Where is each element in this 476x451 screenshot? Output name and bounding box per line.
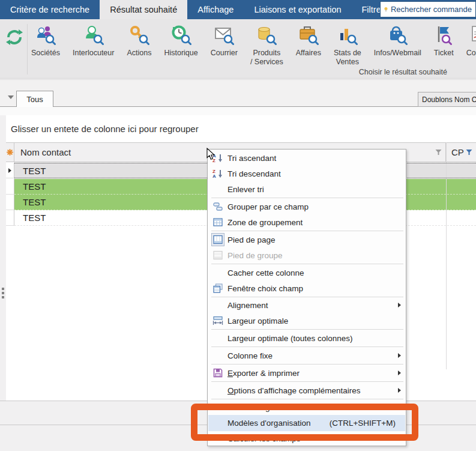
ribbon-separator: [27, 24, 28, 74]
sort-ascending-icon: A Z: [212, 153, 223, 163]
best-fit-icon: [212, 316, 223, 325]
view-tab-tous[interactable]: Tous: [16, 91, 53, 107]
ribbon-buttons: Sociétés Interlocuteur Actions: [30, 23, 476, 68]
ribbon-group-label: Choisir le résultat souhaité: [359, 68, 447, 76]
column-header-context-menu: A Z Tri ascendant Z A Tri descendant Enl…: [207, 149, 406, 446]
menu-item-modeles-organisation[interactable]: Modèles d'organisation (CTRL+SHIFT+M): [208, 415, 405, 431]
group-by-field-icon: [213, 202, 223, 211]
view-tab-strip: Tous Doublons Nom Cont: [0, 79, 476, 115]
row-selector-cell[interactable]: [6, 179, 14, 195]
submenu-arrow-icon: [398, 388, 401, 393]
row-selector-cell[interactable]: [6, 195, 14, 210]
menu-item-alignement[interactable]: Alignement: [208, 297, 405, 313]
ribbon-button-ticket[interactable]: Ticket: [433, 23, 455, 68]
key-icon: [129, 25, 149, 46]
save-floppy-icon: [213, 368, 223, 378]
menu-item-largeur-optimale-toutes-colonnes[interactable]: Largeur optimale (toutes colonnes): [208, 330, 405, 346]
tab-resultat-souhaite[interactable]: Résultat souhaité: [100, 0, 187, 19]
group-footer-icon: [213, 250, 223, 260]
companies-icon: [35, 25, 56, 46]
ribbon-button-actions[interactable]: Actions: [125, 23, 152, 68]
group-panel-icon: [213, 217, 223, 227]
menu-item-clipped[interactable]: Calculer les champs: [208, 431, 405, 446]
submenu-arrow-icon: [398, 303, 401, 307]
ribbon-button-infos-webmail[interactable]: Infos/Webmail: [373, 23, 423, 68]
ticket-flag-icon: [435, 25, 453, 46]
menu-item-pied-de-groupe: Pied de groupe: [208, 247, 405, 263]
asterisk-icon: [7, 149, 13, 156]
refresh-button[interactable]: [4, 26, 25, 48]
column-divider[interactable]: [446, 142, 447, 369]
menu-separator: [211, 264, 403, 264]
field-chooser-icon: [213, 283, 223, 293]
menu-item-exporter-imprimer[interactable]: Exporter & imprimer: [208, 365, 405, 381]
tab-liaisons-et-exportation[interactable]: Liaisons et exportation: [244, 0, 351, 19]
filter-funnel-icon[interactable]: [435, 149, 442, 156]
shortcut-label: (CTRL+SHIFT+M): [330, 419, 405, 428]
ribbon: Sociétés Interlocuteur Actions: [0, 19, 476, 79]
ribbon-button-historique[interactable]: Historique: [163, 23, 199, 68]
menu-item-zone-de-groupement[interactable]: Zone de groupement: [208, 214, 405, 230]
mail-envelope-icon: [214, 25, 234, 46]
svg-text:A: A: [212, 174, 216, 178]
tab-critere-de-recherche[interactable]: Critère de recherche: [0, 0, 100, 19]
briefcase-icon: [298, 25, 319, 46]
current-row-arrow-icon: [8, 168, 11, 173]
history-clock-icon: [171, 25, 191, 46]
search-command-box[interactable]: Rechercher commande: [380, 1, 476, 17]
tab-strip-baseline: [0, 106, 476, 116]
menu-item-fenetre-choix-champ[interactable]: Fenêtre choix champ: [208, 280, 405, 296]
menu-separator: [211, 347, 403, 347]
row-selector-cell[interactable]: [6, 163, 14, 178]
ribbon-tab-bar: Critère de recherche Résultat souhaité A…: [0, 0, 476, 19]
svg-text:Z: Z: [212, 158, 215, 163]
ribbon-button-produits-services[interactable]: Produits/ Services: [249, 23, 285, 68]
ribbon-button-affaires[interactable]: Affaires: [295, 23, 322, 68]
sort-descending-icon: Z A: [212, 169, 223, 178]
view-tab-doublons[interactable]: Doublons Nom Cont: [418, 92, 476, 107]
ribbon-button-contrat[interactable]: Contrat: [465, 23, 476, 68]
ribbon-button-courrier[interactable]: Courrier: [209, 23, 239, 68]
group-by-hint: Glisser un entete de colonne ici pour re…: [11, 124, 199, 134]
menu-separator: [211, 381, 403, 382]
menu-separator: [211, 198, 403, 198]
ribbon-button-stats-de-ventes[interactable]: Stats deVentes: [333, 23, 363, 68]
bar-chart-icon: [337, 25, 358, 46]
submenu-arrow-icon: [398, 353, 401, 358]
left-splitter-strip: [0, 115, 6, 401]
menu-item-grouper-par-ce-champ[interactable]: Grouper par ce champ: [208, 199, 405, 214]
tab-affichage[interactable]: Affichage: [187, 0, 244, 19]
menu-separator: [211, 364, 403, 365]
menu-item-tri-descendant[interactable]: Z A Tri descendant: [208, 166, 405, 181]
submenu-arrow-icon: [398, 405, 401, 410]
submenu-arrow-icon: [398, 371, 401, 375]
menu-item-tri-ascendant[interactable]: A Z Tri ascendant: [208, 150, 405, 166]
menu-item-enlever-tri[interactable]: Enlever tri: [208, 181, 405, 197]
ribbon-button-interlocuteur[interactable]: Interlocuteur: [71, 23, 115, 68]
search-command-label: Rechercher commande: [391, 5, 472, 14]
splitter-handle-icon[interactable]: [2, 288, 4, 298]
menu-item-parametrage-visuel[interactable]: Paramétrage visuel: [208, 399, 405, 415]
row-selector-cell[interactable]: [6, 210, 14, 226]
menu-item-pied-de-page[interactable]: Pied de page: [208, 232, 405, 247]
refresh-icon: [5, 28, 24, 47]
products-database-icon: [256, 25, 277, 46]
chevron-down-icon[interactable]: [8, 95, 14, 99]
lightbulb-icon: [384, 4, 388, 15]
footer-icon: [213, 235, 223, 244]
header-selector-cell: [6, 143, 14, 162]
app-window: Critère de recherche Résultat souhaité A…: [0, 0, 476, 451]
menu-item-largeur-optimale[interactable]: Largeur optimale: [208, 313, 405, 328]
menu-separator: [211, 231, 403, 231]
column-header-cp[interactable]: CP: [446, 143, 476, 162]
menu-item-colonne-fixe[interactable]: Colonne fixe: [208, 348, 405, 363]
ribbon-button-societes[interactable]: Sociétés: [30, 23, 61, 68]
menu-separator: [211, 329, 403, 330]
contact-person-icon: [83, 25, 104, 46]
webmail-bag-icon: [387, 25, 408, 46]
menu-item-options-affichage-complementaires[interactable]: Options d'affichage complémentaires: [208, 383, 405, 398]
contract-document-icon: [469, 25, 476, 46]
menu-item-cacher-cette-colonne[interactable]: Cacher cette colonne: [208, 265, 405, 280]
filter-funnel-icon[interactable]: [466, 149, 472, 156]
